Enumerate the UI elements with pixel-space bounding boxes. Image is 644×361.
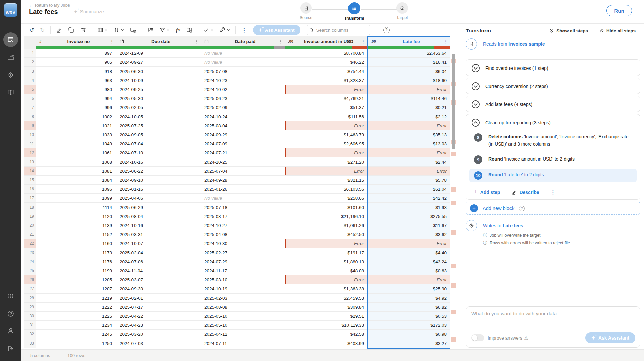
duplicate-button[interactable] [65,25,77,35]
cell-late-fee[interactable]: Error [368,148,450,157]
cell-invoice-amount[interactable]: $1,061.26 [285,221,368,230]
chat-ask-assistant-button[interactable]: ✦✧ Ask Assistant [585,332,635,343]
undo-button[interactable]: ↺ [26,25,37,35]
cell-invoice-no[interactable]: 1139 [36,221,116,230]
row-number[interactable]: 11 [24,139,36,148]
cell-late-fee[interactable]: Error [368,121,450,130]
column-header-date-paid[interactable]: Date paid ⋮ [201,36,285,46]
show-all-steps-button[interactable]: Show all steps [549,28,588,33]
cell-date-paid[interactable]: 2025-02-27 [201,248,285,257]
row-number[interactable]: 1 [24,49,36,58]
cell-invoice-amount[interactable]: $21,196.10 [285,212,368,221]
row-number[interactable]: 9 [24,121,36,130]
row-number[interactable]: 22 [24,239,36,248]
cell-due-date[interactable]: 2024-09-25 [116,85,201,94]
cell-due-date[interactable]: 2025-06-22 [116,167,201,176]
cell-date-paid[interactable]: No value [201,58,285,67]
row-number[interactable]: 7 [24,103,36,112]
cell-late-fee[interactable]: $42.42 [368,194,450,203]
cell-late-fee[interactable]: $13.03 [368,139,450,148]
row-number[interactable]: 17 [24,194,36,203]
sort-button[interactable] [111,25,127,35]
cell-due-date[interactable]: 2025-03-31 [116,230,201,239]
sidebar-item-jobs[interactable] [0,54,21,62]
cell-invoice-amount[interactable]: $271.20 [285,157,368,167]
cell-date-paid[interactable]: 2025-08-08 [201,303,285,312]
dictionary-button[interactable] [183,25,195,35]
cell-due-date[interactable]: 2025-07-25 [116,121,201,130]
cell-invoice-amount[interactable]: Error [285,121,368,130]
cell-date-paid[interactable]: No value [201,194,285,203]
cell-date-paid[interactable]: 2025-03-10 [201,275,285,284]
cell-date-paid[interactable]: 2024-07-29 [201,257,285,266]
cell-late-fee[interactable]: Error [368,239,450,248]
cell-date-paid[interactable]: 2025-07-18 [201,203,285,212]
cell-late-fee[interactable]: $3.62 [368,230,450,239]
block-cleanup-header[interactable]: Clean-up for reporting (3 steps) [466,114,640,131]
cell-date-paid[interactable]: 2024-10-30 [201,239,285,248]
cell-late-fee[interactable]: $18.60 [368,76,450,85]
cell-invoice-no[interactable]: 918 [36,67,116,76]
cell-due-date[interactable]: 2024-10-16 [116,221,201,230]
cell-due-date[interactable]: 2024-07-06 [116,257,201,266]
cell-invoice-no[interactable]: 1152 [36,230,116,239]
row-number[interactable]: 2 [24,58,36,67]
row-number[interactable]: 24 [24,257,36,266]
cell-invoice-no[interactable]: 980 [36,85,116,94]
cell-invoice-no[interactable]: 1250 [36,339,116,348]
cell-date-paid[interactable]: 2025-02-09 [201,103,285,112]
cell-late-fee[interactable]: $43.24 [368,257,450,266]
cell-late-fee[interactable]: $2.44 [368,157,450,167]
cell-invoice-no[interactable]: 1120 [36,212,116,221]
cell-invoice-no[interactable]: 1061 [36,148,116,157]
cell-due-date[interactable]: 2024-07-10 [116,148,201,157]
row-number[interactable]: 5 [24,85,36,94]
sidebar-item-prepare-active[interactable] [0,32,21,47]
edit-cell-button[interactable] [53,25,65,35]
cell-late-fee[interactable]: $0.53 [368,312,450,321]
cell-invoice-no[interactable]: 1219 [36,294,116,303]
cell-invoice-no[interactable]: 1096 [36,185,116,194]
column-header-late-fee[interactable]: .00 Late fee ⋮ [368,36,450,46]
cell-invoice-no[interactable]: 905 [36,58,116,67]
cell-due-date[interactable]: 2025-04-06 [116,194,201,203]
cell-date-paid[interactable]: 2024-09-29 [201,130,285,139]
cell-date-paid[interactable]: 2025-08-17 [201,212,285,221]
sidebar-item-apps[interactable] [0,292,21,300]
validate-button[interactable] [200,25,217,35]
cell-invoice-no[interactable]: 1049 [36,139,116,148]
cell-invoice-no[interactable]: 996 [36,103,116,112]
row-number[interactable]: 28 [24,294,36,303]
cell-due-date[interactable]: 2025-06-29 [116,203,201,212]
cell-late-fee[interactable]: $3.27 [368,339,450,348]
cell-invoice-no[interactable]: 1081 [36,167,116,176]
cell-due-date[interactable]: 2025-01-16 [116,185,201,194]
sidebar-item-signout[interactable] [0,345,21,353]
cell-due-date[interactable]: 2025-03-07 [116,275,201,284]
formula-button[interactable]: ƒx [173,25,183,35]
cell-due-date[interactable]: 2024-07-04 [116,139,201,148]
cell-date-paid[interactable]: 2025-08-04 [201,121,285,130]
add-new-block-button[interactable]: + Add new block ? [466,202,640,215]
cell-due-date[interactable]: 2025-02-01 [116,294,201,303]
row-number[interactable]: 13 [24,157,36,167]
cell-invoice-amount[interactable]: $191.17 [285,248,368,257]
cell-due-date[interactable]: 2025-07-17 [116,303,201,312]
table-preview-button[interactable] [127,25,139,35]
cell-invoice-amount[interactable]: $1,363.38 [285,284,368,294]
step-8-delete-columns[interactable]: 8 Delete columns 'Invoice amount', 'Invo… [466,131,640,151]
cell-late-fee[interactable]: $275.55 [368,212,450,221]
cell-invoice-no[interactable]: 1033 [36,130,116,139]
cell-invoice-amount[interactable]: $10,119.33 [285,321,368,330]
cell-late-fee[interactable]: $172.03 [368,321,450,330]
delete-button[interactable] [77,25,89,35]
cell-due-date[interactable]: 2025-04-22 [116,312,201,321]
row-number[interactable]: 26 [24,275,36,284]
stepper-source[interactable]: Source [286,2,325,20]
cell-invoice-amount[interactable]: $46.22 [285,58,368,67]
cell-late-fee[interactable]: $0.98 [368,330,450,339]
sidebar-item-library[interactable] [0,88,21,96]
cell-date-paid[interactable]: No value [201,49,285,58]
cell-late-fee[interactable]: Error [368,167,450,176]
cell-late-fee[interactable]: $25.90 [368,284,450,294]
